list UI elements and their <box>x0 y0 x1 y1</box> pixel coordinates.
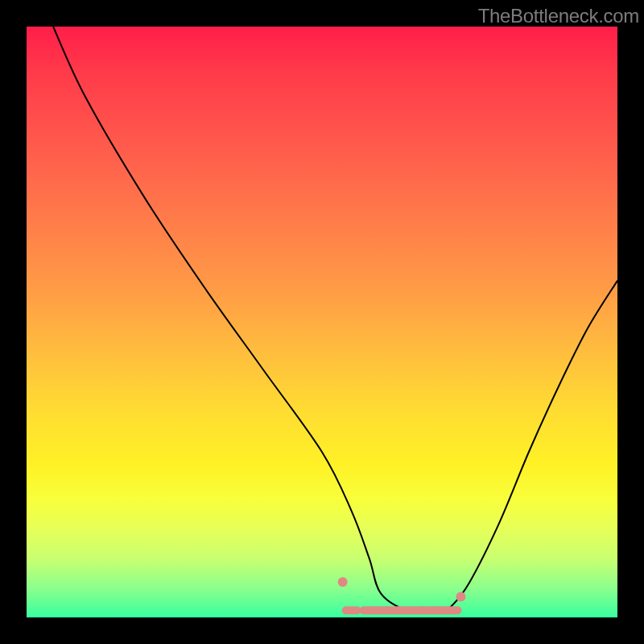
chart-frame: TheBottleneck.com <box>0 0 644 644</box>
chart-plot-area <box>27 27 617 617</box>
watermark-text: TheBottleneck.com <box>478 5 639 27</box>
